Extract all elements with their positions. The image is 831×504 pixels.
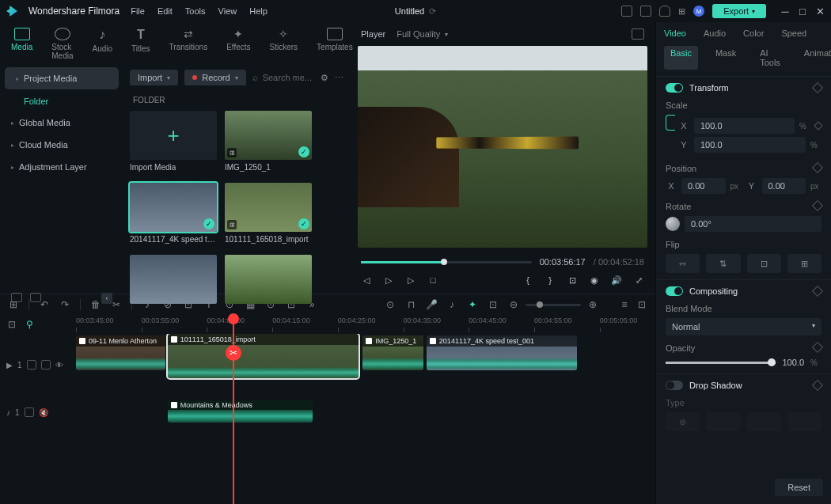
display-icon[interactable]: ⊡ <box>567 275 578 286</box>
scale-x-input[interactable]: 100.0 <box>694 118 795 134</box>
sidebar-cloud-media[interactable]: ▸Cloud Media <box>0 134 123 156</box>
prev-frame-button[interactable]: ◁ <box>361 275 372 286</box>
opacity-slider[interactable] <box>666 362 776 364</box>
tab-stock-media[interactable]: Stock Media <box>51 28 73 60</box>
insp-tab-video[interactable]: Video <box>664 28 686 38</box>
pos-x-input[interactable]: 0.00 <box>681 178 726 194</box>
blend-mode-dropdown[interactable]: Normal▾ <box>666 318 822 335</box>
insp-tab-speed[interactable]: Speed <box>781 28 806 38</box>
copy-button[interactable]: ⊡ <box>747 254 781 273</box>
video-clip-3[interactable]: 20141117_4K speed test_001 <box>427 335 577 370</box>
search-input[interactable]: ⌕Search me... <box>252 72 314 83</box>
zoom-out-icon[interactable]: ⊖ <box>508 299 519 310</box>
layout-icon[interactable] <box>621 6 632 17</box>
cut-icon[interactable]: ✂ <box>111 299 122 310</box>
audio-clip-0[interactable]: Mountains & Meadows <box>168 400 313 423</box>
media-thumb-1[interactable]: ⊞✓ <box>225 111 312 160</box>
track-link-icon[interactable]: ⊡ <box>6 319 17 330</box>
transform-toggle[interactable] <box>666 83 683 93</box>
play-button[interactable]: ▷ <box>405 275 416 286</box>
user-badge[interactable]: M <box>693 6 704 17</box>
paste-button[interactable]: ⊞ <box>787 254 822 273</box>
video-clip-2[interactable]: IMG_1250_1 <box>362 335 423 370</box>
scrub-bar[interactable] <box>361 261 532 263</box>
video-clip-0[interactable]: 09-11 Menlo Atherton <box>76 335 165 370</box>
track-chain-icon[interactable]: ⚲ <box>24 319 35 330</box>
media-thumb-2[interactable]: ✓ <box>130 183 217 232</box>
delete-icon[interactable]: 🗑 <box>90 299 101 310</box>
insp-sub-anim[interactable]: Animation <box>798 46 831 70</box>
tab-stickers[interactable]: ✧Stickers <box>270 28 298 60</box>
media-thumb-0[interactable]: + <box>130 111 217 160</box>
mark-out-icon[interactable]: } <box>545 275 556 286</box>
import-dropdown[interactable]: Import▾ <box>130 70 178 85</box>
record-dropdown[interactable]: Record▾ <box>184 70 245 85</box>
export-button[interactable]: Export▾ <box>712 4 766 18</box>
reset-button[interactable]: Reset <box>775 479 823 496</box>
sync-icon[interactable]: ⟳ <box>429 6 436 17</box>
position-kf-icon[interactable] <box>812 162 823 173</box>
tab-titles[interactable]: TTitles <box>131 28 150 60</box>
track-eye-icon[interactable]: 👁 <box>55 361 63 369</box>
scale-link-icon[interactable] <box>666 115 675 131</box>
insp-sub-basic[interactable]: Basic <box>664 46 698 70</box>
save-icon[interactable] <box>640 6 651 17</box>
menu-tools[interactable]: Tools <box>185 6 206 16</box>
compositing-toggle[interactable] <box>666 286 683 296</box>
menu-help[interactable]: Help <box>249 6 268 16</box>
undo-icon[interactable]: ↶ <box>39 299 50 310</box>
sidebar-global-media[interactable]: ▸Global Media <box>0 112 123 134</box>
track-mute-icon[interactable] <box>41 360 51 369</box>
menu-file[interactable]: File <box>131 6 145 16</box>
rotate-input[interactable]: 0.00° <box>685 216 822 232</box>
insp-sub-ai[interactable]: AI Tools <box>753 46 787 70</box>
stop-button[interactable]: □ <box>427 275 438 286</box>
video-viewport[interactable] <box>358 46 647 248</box>
view-list-icon[interactable]: ≡ <box>619 299 630 310</box>
more-icon[interactable]: ⋯ <box>335 73 343 83</box>
close-button[interactable]: ✕ <box>815 6 825 16</box>
play-back-button[interactable]: ▷ <box>383 275 394 286</box>
flip-h-button[interactable]: ⇿ <box>666 254 700 273</box>
tab-transitions[interactable]: ⇄Transitions <box>169 28 208 60</box>
compositing-kf-icon[interactable] <box>812 286 823 297</box>
snapshot-icon[interactable] <box>632 28 644 40</box>
redo-icon[interactable]: ↷ <box>59 299 70 310</box>
tab-effects[interactable]: ✦Effects <box>226 28 250 60</box>
snap-icon[interactable]: ✦ <box>467 299 478 310</box>
marker-icon[interactable]: ⊙ <box>385 299 396 310</box>
quality-dropdown[interactable]: Full Quality▾ <box>397 29 448 39</box>
drop-shadow-toggle[interactable] <box>666 381 683 390</box>
pos-y-input[interactable]: 0.00 <box>762 178 806 194</box>
rotate-kf-icon[interactable] <box>812 200 823 211</box>
zoom-in-icon[interactable]: ⊕ <box>587 299 598 310</box>
media-thumb-3[interactable]: ⊞✓ <box>225 183 312 232</box>
zoom-slider[interactable] <box>526 304 581 306</box>
shield-icon[interactable]: ⊓ <box>405 299 416 310</box>
media-thumb-5[interactable] <box>225 255 312 304</box>
scale-x-kf-icon[interactable] <box>814 121 822 130</box>
menu-view[interactable]: View <box>218 6 237 16</box>
camera-icon[interactable]: ◉ <box>589 275 600 286</box>
apps-icon[interactable]: ⊞ <box>678 6 685 17</box>
insp-tab-audio[interactable]: Audio <box>704 28 726 38</box>
transform-keyframe-icon[interactable] <box>812 82 823 93</box>
sidebar-folder[interactable]: Folder <box>0 91 123 112</box>
ratio-icon[interactable]: ⊡ <box>488 299 499 310</box>
sidebar-adjustment-layer[interactable]: ▸Adjustment Layer <box>0 156 123 178</box>
filter-icon[interactable]: ⚙ <box>321 73 328 83</box>
tl-menu-icon[interactable]: ⊞ <box>8 299 19 310</box>
view-fit-icon[interactable]: ⊡ <box>636 299 647 310</box>
video-clip-1[interactable]: 101111_165018_import <box>168 334 359 378</box>
drop-shadow-kf-icon[interactable] <box>812 380 823 391</box>
menu-edit[interactable]: Edit <box>157 6 173 16</box>
cloud-icon[interactable] <box>659 6 670 17</box>
flip-v-button[interactable]: ⇅ <box>706 254 740 273</box>
audio-lock-icon[interactable] <box>25 407 34 417</box>
playhead-split-button[interactable]: ✂ <box>226 345 241 361</box>
media-thumb-4[interactable] <box>130 255 217 304</box>
insp-tab-color[interactable]: Color <box>743 28 764 38</box>
tab-audio[interactable]: Audio <box>92 28 112 60</box>
opacity-kf-icon[interactable] <box>812 342 823 353</box>
scale-y-input[interactable]: 100.0 <box>694 137 806 153</box>
